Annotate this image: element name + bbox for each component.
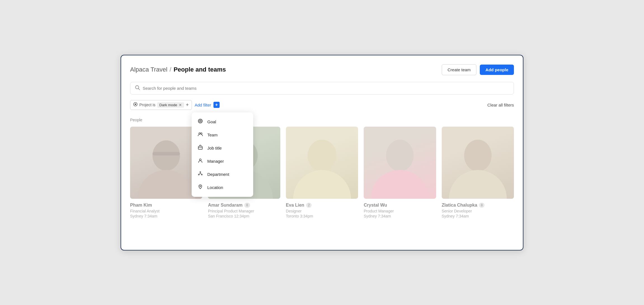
filter-project-icon xyxy=(133,102,138,108)
dropdown-item-location[interactable]: Location xyxy=(192,181,253,194)
dropdown-item-goal[interactable]: Goal xyxy=(192,115,253,128)
person-badge-amar: 8 xyxy=(244,203,250,208)
avatar-eva-lien xyxy=(286,127,358,199)
svg-point-8 xyxy=(201,133,202,134)
dropdown-item-job-title[interactable]: Job title xyxy=(192,141,253,155)
people-section-label: People xyxy=(130,118,514,122)
person-role-pham-kim: Financial Analyst xyxy=(130,209,159,213)
dropdown-item-department[interactable]: Department xyxy=(192,168,253,181)
person-role-amar-sundaram: Principal Product Manager xyxy=(208,209,254,213)
people-grid: Pham Kim Financial Analyst Sydney 7:34am… xyxy=(130,127,514,218)
person-badge-zlatica: 8 xyxy=(479,203,485,208)
add-filter-label: Add filter xyxy=(195,103,211,107)
manager-icon xyxy=(197,158,203,164)
svg-point-20 xyxy=(137,170,195,199)
company-name: Alpaca Travel xyxy=(130,66,167,73)
person-location-amar-sundaram: San Francisco 12:34pm xyxy=(208,214,249,218)
svg-point-26 xyxy=(386,140,413,171)
svg-point-29 xyxy=(449,170,507,199)
dropdown-item-manager[interactable]: Manager xyxy=(192,155,253,168)
dropdown-item-department-label: Department xyxy=(207,172,229,177)
dropdown-item-job-title-label: Job title xyxy=(207,146,222,150)
filter-remove-button[interactable]: ✕ xyxy=(179,103,182,107)
add-filter-button[interactable]: Add filter + xyxy=(195,102,220,108)
team-icon xyxy=(197,132,203,138)
filter-tag-project: Project is Dark mode ✕ + xyxy=(130,100,192,110)
breadcrumb: Alpaca Travel / People and teams xyxy=(130,66,226,73)
location-icon xyxy=(197,184,203,191)
breadcrumb-separator: / xyxy=(170,66,171,73)
search-bar xyxy=(130,82,514,94)
avatar-zlatica-chalupka xyxy=(442,127,514,199)
person-name-crystal-wu: Crystal Wu xyxy=(364,203,387,208)
dropdown-item-goal-label: Goal xyxy=(207,119,216,124)
avatar-crystal-wu xyxy=(364,127,436,199)
svg-point-28 xyxy=(464,140,492,171)
svg-point-24 xyxy=(307,140,336,171)
filter-dropdown-menu: Goal Team Job title Manager xyxy=(192,112,253,197)
clear-all-filters-button[interactable]: Clear all filters xyxy=(487,103,514,107)
create-team-button[interactable]: Create team xyxy=(442,64,477,75)
person-badge-eva: 2 xyxy=(306,203,312,208)
person-location-crystal-wu: Sydney 7:34am xyxy=(364,214,391,218)
filter-project-value: Dark mode ✕ xyxy=(157,102,184,108)
person-role-eva-lien: Designer xyxy=(286,209,302,213)
svg-point-11 xyxy=(199,159,201,160)
search-icon xyxy=(135,85,140,91)
dropdown-item-team-label: Team xyxy=(207,133,218,137)
person-location-eva-lien: Toronto 3:34pm xyxy=(286,214,313,218)
add-filter-plus-icon: + xyxy=(213,102,220,108)
svg-rect-9 xyxy=(198,146,202,149)
filter-add-value-button[interactable]: + xyxy=(186,102,189,108)
filter-bar: Project is Dark mode ✕ + Add filter + Cl… xyxy=(130,100,514,110)
person-name-pham-kim: Pham Kim xyxy=(130,203,152,208)
person-role-crystal-wu: Product Manager xyxy=(364,209,394,213)
header: Alpaca Travel / People and teams Create … xyxy=(130,64,514,75)
person-card-crystal-wu[interactable]: Crystal Wu Product Manager Sydney 7:34am xyxy=(364,127,436,218)
svg-line-1 xyxy=(138,88,140,90)
dropdown-item-manager-label: Manager xyxy=(207,159,224,164)
svg-point-14 xyxy=(201,174,203,175)
header-actions: Create team Add people xyxy=(442,64,514,75)
filter-project-label: Project is xyxy=(139,103,156,107)
svg-point-18 xyxy=(200,186,201,187)
svg-point-7 xyxy=(199,133,200,134)
person-name-zlatica-chalupka: Zlatica Chalupka 8 xyxy=(442,203,485,208)
svg-point-27 xyxy=(371,170,429,199)
svg-line-17 xyxy=(200,174,202,174)
person-location-pham-kim: Sydney 7:34am xyxy=(130,214,157,218)
job-title-icon xyxy=(197,145,203,151)
svg-rect-21 xyxy=(152,152,180,155)
svg-line-16 xyxy=(199,174,200,174)
add-people-button[interactable]: Add people xyxy=(480,65,514,75)
search-input[interactable] xyxy=(143,86,509,91)
dropdown-item-location-label: Location xyxy=(207,185,223,190)
svg-point-25 xyxy=(293,170,351,199)
person-name-amar-sundaram: Amar Sundaram 8 xyxy=(208,203,250,208)
svg-point-6 xyxy=(200,120,201,122)
goal-icon xyxy=(197,119,203,125)
main-window: Alpaca Travel / People and teams Create … xyxy=(121,55,523,250)
svg-point-3 xyxy=(135,104,136,105)
person-role-zlatica-chalupka: Senior Developer xyxy=(442,209,472,213)
svg-point-12 xyxy=(200,171,201,172)
person-name-eva-lien: Eva Lien 2 xyxy=(286,203,312,208)
svg-point-13 xyxy=(198,174,199,175)
person-location-zlatica-chalupka: Sydney 7:34am xyxy=(442,214,469,218)
dropdown-item-team[interactable]: Team xyxy=(192,128,253,141)
person-card-eva-lien[interactable]: Eva Lien 2 Designer Toronto 3:34pm xyxy=(286,127,358,218)
page-title: People and teams xyxy=(173,66,226,73)
person-card-zlatica-chalupka[interactable]: Zlatica Chalupka 8 Senior Developer Sydn… xyxy=(442,127,514,218)
department-icon xyxy=(197,171,203,178)
